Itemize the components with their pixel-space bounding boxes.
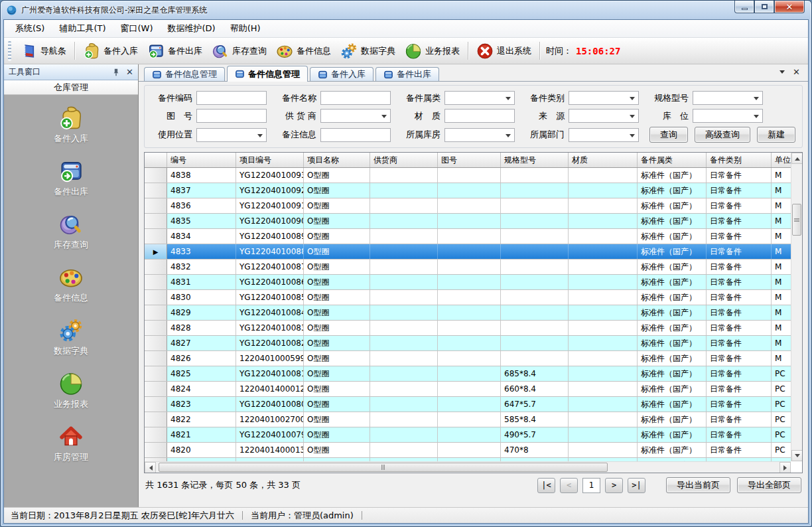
maximize-button[interactable] xyxy=(754,1,774,13)
table-row[interactable]: 48261220401000599O型圈标准件（国产）日常备件M xyxy=(145,351,791,366)
row-header-cell[interactable] xyxy=(145,168,167,183)
toolbar-button-1[interactable]: 导航条 xyxy=(15,40,71,62)
text-input-field[interactable] xyxy=(320,91,391,105)
toolbar-button-8[interactable]: 退出系统 xyxy=(472,40,536,62)
last-page-button[interactable]: >| xyxy=(628,478,645,493)
export-all-pages-button[interactable]: 导出全部页 xyxy=(737,477,801,493)
scroll-right-button[interactable] xyxy=(779,462,791,473)
menu-item-5[interactable]: 帮助(H) xyxy=(223,21,268,37)
dropdown-field[interactable] xyxy=(444,91,515,105)
row-header-cell[interactable] xyxy=(145,397,167,412)
toolbar-button-3[interactable]: 备件出库 xyxy=(143,40,207,62)
vertical-scroll-thumb[interactable] xyxy=(792,204,801,236)
text-input-field[interactable] xyxy=(320,128,391,142)
minimize-button[interactable] xyxy=(734,1,754,13)
column-header[interactable]: 供货商 xyxy=(370,153,438,167)
row-header-cell[interactable] xyxy=(145,290,167,305)
tab-4[interactable]: 备件出库 xyxy=(375,67,439,81)
table-row[interactable]: 4836YG12204010091O型圈标准件（国产）日常备件M xyxy=(145,198,791,214)
row-header-cell[interactable] xyxy=(145,351,167,366)
column-header[interactable]: 备件属类 xyxy=(638,153,707,167)
row-header-cell[interactable] xyxy=(145,336,167,350)
dropdown-field[interactable] xyxy=(444,128,515,142)
pin-icon[interactable] xyxy=(111,68,121,77)
export-current-page-button[interactable]: 导出当前页 xyxy=(666,477,730,493)
column-header[interactable]: 项目编号 xyxy=(236,153,304,167)
row-header-cell[interactable] xyxy=(145,321,167,335)
table-row[interactable]: 4827YG12204010082O型圈标准件（国产）日常备件M xyxy=(145,336,791,351)
tab-1[interactable]: 备件信息管理 xyxy=(144,67,225,81)
row-header-cell[interactable] xyxy=(145,382,167,396)
table-row[interactable]: 4823YG12204010080O型圈647*5.7标准件（国产）日常备件PC xyxy=(145,397,791,412)
column-header[interactable]: 规格型号 xyxy=(501,153,569,167)
sidebar-item-5[interactable]: 数据字典 xyxy=(4,318,138,357)
toolbar-button-2[interactable]: 备件入库 xyxy=(78,40,143,62)
scroll-up-button[interactable] xyxy=(791,153,803,164)
column-header[interactable]: 材质 xyxy=(569,153,638,167)
vertical-scroll-track[interactable] xyxy=(791,164,802,450)
menu-item-4[interactable]: 数据维护(D) xyxy=(161,21,223,37)
sidebar-item-6[interactable]: 业务报表 xyxy=(4,371,138,410)
row-header-cell[interactable] xyxy=(145,214,167,228)
column-header[interactable]: 图号 xyxy=(438,153,501,167)
dropdown-field[interactable] xyxy=(693,109,763,123)
row-header-cell[interactable] xyxy=(145,305,167,320)
dropdown-field[interactable] xyxy=(569,109,639,123)
row-header-cell[interactable] xyxy=(145,275,167,289)
table-row[interactable]: 4828YG12204010083O型圈标准件（国产）日常备件M xyxy=(145,321,791,336)
first-page-button[interactable]: |< xyxy=(537,478,555,493)
horizontal-scrollbar[interactable] xyxy=(145,461,791,473)
column-header[interactable]: 备件类别 xyxy=(707,153,772,167)
row-header-cell[interactable]: ▶ xyxy=(145,244,167,259)
row-header-cell[interactable] xyxy=(145,412,167,427)
tab-3[interactable]: 备件入库 xyxy=(310,67,373,81)
table-row[interactable]: 4837YG12204010092O型圈标准件（国产）日常备件M xyxy=(145,183,791,198)
sidebar-item-7[interactable]: 库房管理 xyxy=(4,424,138,463)
table-row[interactable]: 4834YG12204010089O型圈标准件（国产）日常备件M xyxy=(145,229,791,244)
dropdown-field[interactable] xyxy=(320,109,391,123)
vertical-scrollbar[interactable] xyxy=(791,153,802,461)
table-row[interactable]: 4832YG12204010087O型圈标准件（国产）日常备件M xyxy=(145,260,791,275)
title-bar[interactable]: 广州爱奇迪软件科技有限公司-深田之星仓库管理系统 ✕ xyxy=(1,1,811,19)
toolbar-button-4[interactable]: 库存查询 xyxy=(207,40,271,62)
toolbar-grip[interactable] xyxy=(8,41,11,61)
sidebar-item-4[interactable]: 备件信息 xyxy=(4,265,138,304)
row-header-cell[interactable] xyxy=(145,198,167,213)
table-row[interactable]: 4831YG12204010086O型圈标准件（国产）日常备件M xyxy=(145,275,791,290)
row-header-cell[interactable] xyxy=(145,260,167,274)
prev-page-button[interactable]: < xyxy=(560,478,578,493)
table-row[interactable]: 48241220401400012O型圈660*8.4标准件（国产）日常备件PC xyxy=(145,382,791,397)
table-row[interactable]: 4835YG12204010090O型圈标准件（国产）日常备件M xyxy=(145,214,791,229)
sidebar-item-1[interactable]: 备件入库 xyxy=(4,106,138,145)
table-row[interactable]: 4838YG12204010093O型圈标准件（国产）日常备件M xyxy=(145,168,791,183)
menu-item-3[interactable]: 窗口(W) xyxy=(113,21,161,37)
table-row[interactable]: 48201220401400013O型圈470*8标准件（国产）日常备件PC xyxy=(145,443,791,458)
menu-item-1[interactable]: 系统(S) xyxy=(8,21,52,37)
toolbar-button-6[interactable]: 数据字典 xyxy=(336,40,400,62)
dropdown-field[interactable] xyxy=(569,128,639,142)
column-header[interactable]: 项目名称 xyxy=(304,153,370,167)
table-row[interactable]: ▶4833YG12204010088O型圈标准件（国产）日常备件M xyxy=(145,244,791,260)
column-header[interactable]: 编号 xyxy=(167,153,236,167)
toolbar-button-5[interactable]: 备件信息 xyxy=(271,40,336,62)
tab-list-dropdown-icon[interactable] xyxy=(779,70,785,76)
close-button[interactable]: ✕ xyxy=(774,1,805,13)
table-row[interactable]: 4830YG12204010085O型圈标准件（国产）日常备件M xyxy=(145,290,791,305)
toolbar-button-7[interactable]: 业务报表 xyxy=(400,40,464,62)
table-row[interactable]: 4825YG12204010081O型圈685*8.4标准件（国产）日常备件PC xyxy=(145,366,791,382)
horizontal-scroll-track[interactable] xyxy=(156,462,779,473)
row-header-cell[interactable] xyxy=(145,183,167,198)
table-row[interactable]: 48221220401002700O型圈585*8.4标准件（国产）日常备件PC xyxy=(145,412,791,427)
dropdown-field[interactable] xyxy=(569,91,639,105)
dropdown-field[interactable] xyxy=(693,91,763,105)
sidebar-close-icon[interactable]: ✕ xyxy=(126,68,133,76)
row-header-cell[interactable] xyxy=(145,427,167,442)
text-input-field[interactable] xyxy=(196,109,267,123)
scroll-left-button[interactable] xyxy=(145,462,156,473)
table-row[interactable]: 4829YG12204010084O型圈标准件（国产）日常备件M xyxy=(145,305,791,321)
row-header-cell[interactable] xyxy=(145,443,167,457)
menu-item-2[interactable]: 辅助工具(T) xyxy=(52,21,113,37)
row-header-cell[interactable] xyxy=(145,229,167,244)
tab-2[interactable]: 备件信息管理 xyxy=(227,66,308,82)
table-row[interactable]: 4821YG12204010079O型圈490*5.7标准件（国产）日常备件PC xyxy=(145,427,791,443)
